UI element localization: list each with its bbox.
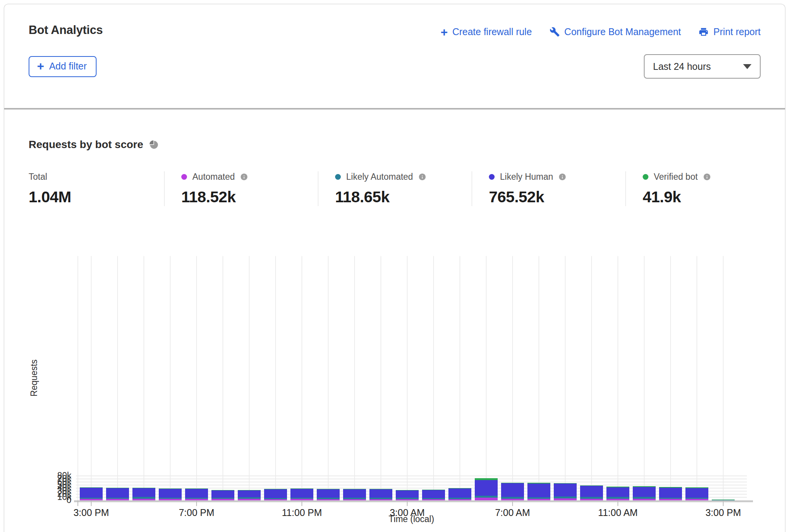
- x-tick-label: 11:00 AM: [598, 507, 638, 518]
- bar-segment-verified-bot[interactable]: [290, 488, 313, 489]
- bar-segment-verified-bot[interactable]: [343, 489, 366, 489]
- bar-segment-likely-automated[interactable]: [685, 498, 708, 499]
- bar-segment-likely-human[interactable]: [185, 489, 208, 497]
- bar-segment-verified-bot[interactable]: [606, 487, 629, 487]
- bar-segment-likely-automated[interactable]: [659, 498, 682, 499]
- bar-segment-verified-bot[interactable]: [238, 490, 261, 490]
- bar-segment-likely-automated[interactable]: [633, 497, 656, 499]
- bar-segment-likely-human[interactable]: [106, 488, 129, 497]
- bar-segment-likely-automated[interactable]: [606, 497, 629, 498]
- vertical-gridline: [565, 256, 566, 500]
- bar-segment-likely-human[interactable]: [606, 487, 629, 497]
- bar-segment-likely-human[interactable]: [369, 489, 392, 498]
- x-axis-tick: [723, 500, 724, 506]
- vertical-gridline: [354, 256, 355, 500]
- bar-segment-verified-bot[interactable]: [475, 478, 498, 480]
- bar-segment-likely-automated[interactable]: [369, 498, 392, 499]
- bar-segment-verified-bot[interactable]: [580, 485, 603, 486]
- bar-segment-likely-human[interactable]: [159, 489, 182, 497]
- x-tick-label: 3:00 PM: [73, 507, 109, 518]
- bar-segment-likely-automated[interactable]: [396, 498, 419, 499]
- bar-segment-likely-automated[interactable]: [264, 498, 287, 499]
- bar-segment-likely-human[interactable]: [527, 484, 550, 497]
- vertical-gridline: [591, 256, 592, 500]
- bar-segment-likely-automated[interactable]: [422, 498, 445, 499]
- bar-segment-likely-automated[interactable]: [80, 498, 103, 499]
- bar-segment-likely-automated[interactable]: [527, 497, 550, 499]
- bar-segment-verified-bot[interactable]: [448, 488, 471, 488]
- bar-segment-likely-automated[interactable]: [343, 498, 366, 499]
- bar-segment-likely-human[interactable]: [132, 488, 155, 497]
- vertical-gridline: [77, 256, 78, 500]
- bar-segment-verified-bot[interactable]: [633, 486, 656, 487]
- x-tick-label: 3:00 PM: [705, 507, 741, 518]
- vertical-gridline: [538, 256, 539, 500]
- vertical-gridline: [512, 256, 513, 500]
- bar-segment-likely-human[interactable]: [211, 490, 234, 497]
- x-tick-label: 7:00 AM: [495, 507, 530, 518]
- bar-segment-verified-bot[interactable]: [685, 487, 708, 488]
- bar-segment-verified-bot[interactable]: [659, 487, 682, 487]
- requests-by-bot-score-chart: Requests Time (local) 010k20k30k40k50k60…: [4, 4, 785, 532]
- vertical-gridline: [459, 256, 460, 500]
- bar-segment-likely-human[interactable]: [475, 480, 498, 496]
- bar-segment-likely-human[interactable]: [80, 488, 103, 498]
- bar-segment-likely-automated[interactable]: [211, 498, 234, 499]
- x-axis-tick: [512, 500, 513, 506]
- bar-segment-likely-automated[interactable]: [501, 497, 524, 499]
- vertical-gridline: [617, 256, 618, 500]
- bar-segment-likely-human[interactable]: [554, 484, 577, 497]
- bar-segment-likely-automated[interactable]: [317, 498, 340, 499]
- bar-segment-verified-bot[interactable]: [264, 489, 287, 489]
- bar-segment-verified-bot[interactable]: [422, 490, 445, 490]
- bar-segment-verified-bot[interactable]: [396, 490, 419, 491]
- x-axis-tick: [77, 500, 78, 506]
- horizontal-gridline: [76, 476, 747, 476]
- bar-segment-likely-human[interactable]: [580, 486, 603, 497]
- vertical-gridline: [117, 256, 118, 500]
- bar-segment-verified-bot[interactable]: [185, 488, 208, 489]
- bar-segment-likely-human[interactable]: [317, 489, 340, 498]
- vertical-gridline: [328, 256, 329, 500]
- bar-segment-verified-bot[interactable]: [501, 483, 524, 483]
- bar-segment-likely-human[interactable]: [343, 489, 366, 498]
- bar-segment-likely-automated[interactable]: [448, 498, 471, 499]
- x-tick-label: 11:00 PM: [282, 507, 322, 518]
- bar-segment-likely-automated[interactable]: [185, 498, 208, 499]
- bar-segment-likely-human[interactable]: [264, 489, 287, 498]
- bar-segment-likely-human[interactable]: [685, 488, 708, 498]
- bar-segment-likely-human[interactable]: [396, 490, 419, 498]
- x-axis-tick: [91, 500, 92, 506]
- x-axis-tick: [301, 500, 302, 506]
- y-tick-label: 80k: [22, 471, 71, 481]
- bar-segment-verified-bot[interactable]: [369, 489, 392, 489]
- bar-segment-verified-bot[interactable]: [159, 488, 182, 489]
- bar-segment-likely-human[interactable]: [448, 488, 471, 498]
- bar-segment-likely-human[interactable]: [238, 490, 261, 497]
- bar-segment-likely-automated[interactable]: [290, 498, 313, 499]
- bar-segment-verified-bot[interactable]: [106, 488, 129, 488]
- vertical-gridline: [91, 256, 92, 500]
- bar-segment-likely-human[interactable]: [422, 490, 445, 498]
- bar-segment-likely-human[interactable]: [290, 488, 313, 497]
- bar-segment-verified-bot[interactable]: [132, 488, 155, 488]
- bar-segment-verified-bot[interactable]: [80, 487, 103, 488]
- bar-segment-likely-automated[interactable]: [580, 497, 603, 498]
- bar-segment-likely-human[interactable]: [659, 488, 682, 498]
- bar-segment-verified-bot[interactable]: [527, 483, 550, 484]
- bar-segment-likely-human[interactable]: [501, 483, 524, 497]
- bar-segment-likely-automated[interactable]: [238, 497, 261, 499]
- bar-segment-likely-automated[interactable]: [159, 498, 182, 499]
- bar-segment-verified-bot[interactable]: [554, 483, 577, 484]
- vertical-gridline: [407, 256, 408, 500]
- bar-segment-likely-automated[interactable]: [475, 496, 498, 498]
- vertical-gridline: [275, 256, 276, 500]
- bar-segment-likely-automated[interactable]: [132, 497, 155, 499]
- bar-segment-likely-automated[interactable]: [106, 498, 129, 499]
- bar-segment-automated[interactable]: [475, 498, 498, 500]
- bar-segment-likely-human[interactable]: [633, 487, 656, 497]
- bar-segment-verified-bot[interactable]: [211, 490, 234, 490]
- vertical-gridline: [723, 256, 724, 500]
- bar-segment-likely-automated[interactable]: [554, 497, 577, 498]
- bar-segment-verified-bot[interactable]: [317, 489, 340, 489]
